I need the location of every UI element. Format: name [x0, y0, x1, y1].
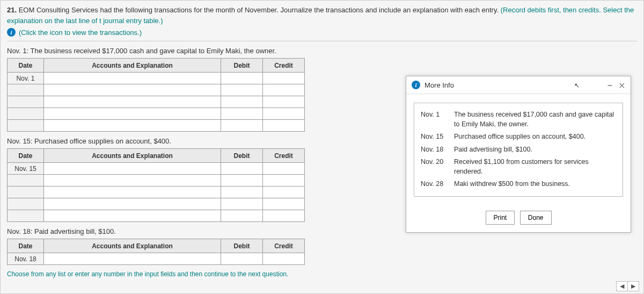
th-date: Date: [8, 239, 44, 253]
acct-input[interactable]: [44, 84, 221, 96]
tx-row: Nov. 1The business received $17,000 cash…: [421, 109, 616, 131]
acct-input[interactable]: [44, 163, 221, 174]
credit-input[interactable]: [263, 96, 304, 107]
info-icon[interactable]: i: [7, 28, 16, 37]
th-date: Date: [8, 149, 44, 163]
credit-input[interactable]: [263, 210, 304, 221]
more-info-popup: i More Info ↖ – ✕ Nov. 1The business rec…: [406, 76, 631, 233]
tx-row: Nov. 15Purchased office supplies on acco…: [421, 131, 616, 144]
th-credit: Credit: [263, 149, 305, 163]
entry-label-1: Nov. 1: The business received $17,000 ca…: [7, 47, 637, 55]
th-credit: Credit: [263, 59, 305, 73]
next-arrow-icon[interactable]: ▶: [628, 282, 639, 291]
debit-cell: [221, 73, 263, 84]
date-cell: [8, 198, 44, 210]
acct-input[interactable]: [44, 108, 221, 119]
tx-date: Nov. 18: [421, 145, 448, 155]
debit-input[interactable]: [221, 175, 262, 186]
tx-date: Nov. 15: [421, 132, 448, 142]
tx-desc: Paid advertising bill, $100.: [454, 145, 532, 155]
date-cell: Nov. 1: [8, 73, 44, 84]
question-body: EOM Consulting Services had the followin…: [19, 6, 499, 14]
acct-input[interactable]: [44, 253, 221, 264]
date-cell: [8, 108, 44, 120]
popup-body: Nov. 1The business received $17,000 cash…: [406, 94, 631, 211]
credit-input[interactable]: [263, 108, 304, 119]
hint-text: Choose from any list or enter any number…: [7, 270, 637, 278]
tx-desc: Purchased office supplies on account, $4…: [454, 132, 586, 142]
tx-row: Nov. 20Received $1,100 from customers fo…: [421, 156, 616, 178]
credit-input[interactable]: [263, 84, 304, 96]
minimize-icon[interactable]: –: [608, 81, 612, 90]
credit-input[interactable]: [263, 187, 304, 198]
acct-input[interactable]: [44, 73, 221, 84]
tx-date: Nov. 20: [421, 157, 448, 176]
credit-input[interactable]: [263, 198, 304, 210]
popup-title: More Info: [425, 81, 454, 89]
date-cell: [8, 96, 44, 108]
debit-input[interactable]: [221, 198, 262, 210]
tx-date: Nov. 1: [421, 110, 448, 129]
credit-input[interactable]: [263, 73, 304, 84]
transactions-box: Nov. 1The business received $17,000 cash…: [414, 103, 623, 197]
divider: [7, 41, 637, 41]
th-acct: Accounts and Explanation: [44, 59, 221, 73]
debit-input[interactable]: [221, 253, 262, 264]
date-cell: [8, 120, 44, 132]
tx-date: Nov. 28: [421, 180, 448, 189]
date-cell: [8, 187, 44, 198]
th-date: Date: [8, 59, 44, 73]
done-button[interactable]: Done: [520, 211, 552, 225]
journal-table-3: Date Accounts and Explanation Debit Cred…: [7, 239, 305, 265]
credit-input[interactable]: [263, 175, 304, 186]
acct-input[interactable]: [44, 210, 221, 221]
question-number: 21.: [7, 6, 17, 14]
popup-header: i More Info ↖ – ✕: [406, 76, 631, 94]
journal-table-2: Date Accounts and Explanation Debit Cred…: [7, 148, 305, 222]
prev-arrow-icon[interactable]: ◀: [617, 282, 628, 291]
acct-cell: [44, 73, 221, 84]
debit-input[interactable]: [221, 120, 262, 131]
th-debit: Debit: [221, 149, 263, 163]
credit-input[interactable]: [263, 163, 304, 174]
print-button[interactable]: Print: [486, 211, 515, 225]
journal-table-1: Date Accounts and Explanation Debit Cred…: [7, 58, 305, 132]
close-icon[interactable]: ✕: [618, 81, 625, 91]
popup-buttons: Print Done: [406, 211, 631, 232]
debit-input[interactable]: [221, 108, 262, 119]
tx-desc: Maki withdrew $500 from the business.: [454, 180, 570, 189]
acct-input[interactable]: [44, 96, 221, 107]
debit-input[interactable]: [221, 210, 262, 221]
date-cell: [8, 210, 44, 222]
acct-input[interactable]: [44, 175, 221, 186]
tx-desc: Received $1,100 from customers for servi…: [454, 157, 616, 176]
credit-input[interactable]: [263, 120, 304, 131]
tx-row: Nov. 28Maki withdrew $500 from the busin…: [421, 178, 616, 191]
cursor-icon: ↖: [574, 82, 580, 89]
debit-input[interactable]: [221, 187, 262, 198]
th-credit: Credit: [263, 239, 305, 253]
date-cell: Nov. 18: [8, 253, 44, 265]
th-acct: Accounts and Explanation: [44, 239, 221, 253]
date-cell: [8, 175, 44, 187]
acct-input[interactable]: [44, 187, 221, 198]
debit-input[interactable]: [221, 73, 262, 84]
credit-cell: [263, 73, 305, 84]
th-debit: Debit: [221, 59, 263, 73]
acct-input[interactable]: [44, 120, 221, 131]
debit-input[interactable]: [221, 96, 262, 107]
debit-input[interactable]: [221, 84, 262, 96]
main-panel: 21. EOM Consulting Services had the foll…: [0, 0, 644, 294]
nav-arrows: ◀ ▶: [616, 281, 639, 291]
date-cell: Nov. 15: [8, 163, 44, 175]
acct-input[interactable]: [44, 198, 221, 210]
tx-desc: The business received $17,000 cash and g…: [454, 110, 616, 129]
debit-input[interactable]: [221, 163, 262, 174]
click-icon-text: (Click the icon to view the transactions…: [19, 28, 142, 37]
info-icon: i: [412, 81, 420, 89]
date-cell: [8, 84, 44, 96]
question-prompt: 21. EOM Consulting Services had the foll…: [7, 5, 637, 26]
view-transactions-line: i (Click the icon to view the transactio…: [7, 28, 637, 37]
tx-row: Nov. 18Paid advertising bill, $100.: [421, 144, 616, 156]
credit-input[interactable]: [263, 253, 304, 264]
